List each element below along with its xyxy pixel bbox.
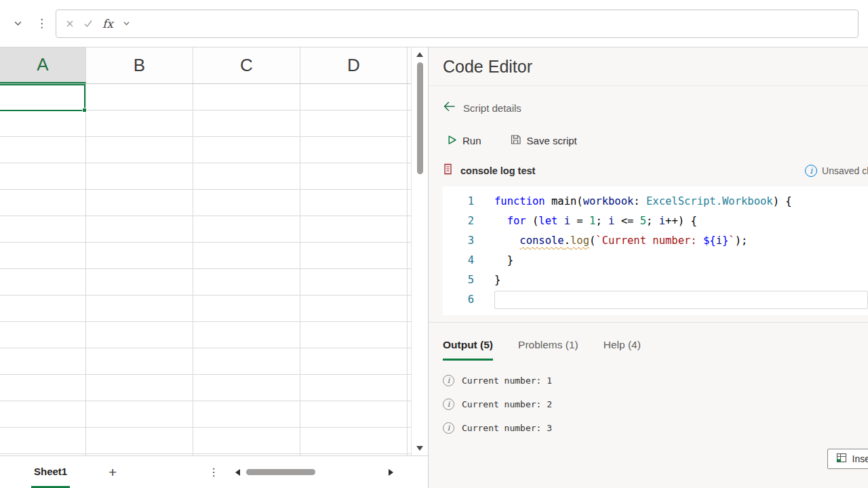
output-row: Current number: 3 [443,422,868,434]
scroll-left-icon[interactable] [235,469,240,476]
name-box-more-icon[interactable]: ⋮ [36,16,47,30]
output-list: Current number: 1Current number: 2Curren… [443,375,868,434]
code-text[interactable]: console.log(`Current number: ${i}`); [494,231,868,251]
add-sheet-button[interactable]: + [105,464,120,481]
code-text[interactable]: } [494,270,868,290]
main-split: ABCD Sheet1 + ⋮ [0,47,868,488]
output-text: Current number: 1 [462,375,552,386]
scroll-down-icon[interactable] [416,446,423,451]
name-box-chevron-icon[interactable] [14,19,22,28]
divider [429,85,868,86]
code-token: i [659,215,665,227]
run-play-icon [447,135,457,147]
code-token: ${ [703,235,716,247]
code-token: } [494,254,513,266]
code-text[interactable]: for (let i = 1; i <= 5; i++) { [494,211,868,231]
fx-chevron-icon[interactable] [123,20,130,27]
selected-cell-a1[interactable] [0,84,85,111]
code-token: console [519,235,564,247]
code-token: ; [595,215,608,227]
fill-handle[interactable] [82,108,87,113]
code-token: . [564,235,570,247]
line-number: 6 [443,290,474,310]
code-token: for [507,215,526,227]
code-token: ExcelScript.Workbook [646,195,773,207]
divider [429,322,868,323]
code-token: ); [735,235,748,247]
line-number: 2 [443,211,474,231]
grid-area [0,84,428,455]
code-token: ; [646,215,659,227]
code-text[interactable] [494,291,868,309]
column-header-c[interactable]: C [193,47,300,83]
code-token: ) { [773,195,792,207]
grid-vline [193,84,193,455]
code-token: } [722,235,728,247]
code-line[interactable]: 1function main(workbook: ExcelScript.Wor… [443,192,868,211]
info-icon [443,375,454,386]
code-token: } [494,274,500,286]
column-header-d[interactable]: D [300,47,408,83]
grid-vline [300,84,300,455]
panel-title: Code Editor [443,57,868,77]
code-token: let [538,215,557,227]
fx-icon[interactable]: fx [102,17,113,30]
script-name: console log test [460,165,535,176]
line-number: 5 [443,270,474,290]
editor-toolbar: Run Save script [443,131,868,150]
code-token: ( [526,215,539,227]
enter-check-icon[interactable] [83,20,93,28]
sheet-more-icon[interactable]: ⋮ [208,466,219,479]
code-text[interactable]: function main(workbook: ExcelScript.Work… [494,192,868,211]
code-line[interactable]: 3 console.log(`Current number: ${i}`); [443,231,868,251]
run-button[interactable]: Run [443,132,486,150]
scroll-up-icon[interactable] [416,52,423,57]
tab-output[interactable]: Output (5) [443,339,493,361]
unsaved-status: Unsaved ch [805,165,868,177]
code-lines[interactable]: 1function main(workbook: ExcelScript.Wor… [443,186,868,315]
cell-grid[interactable] [0,84,411,455]
column-header-a[interactable]: A [0,47,86,83]
horizontal-scrollbar[interactable] [235,466,393,479]
sheet-tab-sheet1[interactable]: Sheet1 [31,456,70,488]
status-label: Unsaved ch [822,165,868,176]
line-number: 3 [443,231,474,251]
formula-input[interactable] [140,10,858,37]
info-icon [443,399,454,410]
code-token: ++) { [665,215,697,227]
cancel-icon[interactable] [66,20,74,28]
code-token: <= [614,215,639,227]
insert-button-label: Inse [852,453,868,464]
vertical-scrollbar[interactable] [411,47,428,455]
tab-help[interactable]: Help (4) [604,339,641,361]
code-token [557,215,564,227]
code-line[interactable]: 2 for (let i = 1; i <= 5; i++) { [443,211,868,231]
output-row: Current number: 2 [443,399,868,410]
back-arrow-icon [443,101,456,115]
save-script-button[interactable]: Save script [506,131,581,150]
line-number: 4 [443,251,474,270]
code-line[interactable]: 5} [443,270,868,290]
code-token: function [494,195,551,207]
insert-button[interactable]: Inse [827,449,868,469]
output-row: Current number: 1 [443,375,868,386]
code-token: i [564,215,570,227]
code-token: i [608,215,614,227]
horizontal-scroll-thumb[interactable] [246,469,315,475]
formula-bar: ⋮ fx [0,0,868,47]
code-line[interactable]: 6 [443,290,868,310]
column-header-b[interactable]: B [86,47,193,83]
code-token [494,235,519,247]
run-label: Run [462,135,481,146]
spreadsheet-pane: ABCD Sheet1 + ⋮ [0,47,428,488]
code-text[interactable]: } [494,251,868,270]
grid-vline [407,84,408,455]
column-headers: ABCD [0,47,411,84]
vertical-scroll-thumb[interactable] [417,62,423,174]
scroll-right-icon[interactable] [389,469,393,476]
tab-problems[interactable]: Problems (1) [518,339,578,361]
code-token: i [716,235,722,247]
code-token: ` [728,235,734,247]
code-line[interactable]: 4 } [443,251,868,270]
back-to-script-details[interactable]: Script details [443,101,868,115]
